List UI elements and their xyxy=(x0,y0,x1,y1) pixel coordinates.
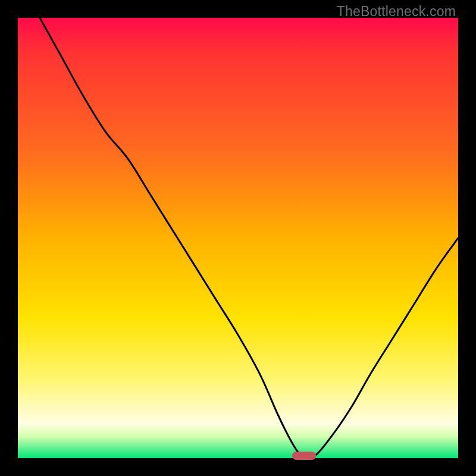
minimum-marker xyxy=(292,452,316,460)
chart-frame: TheBottleneck.com xyxy=(0,0,476,476)
bottleneck-curve xyxy=(18,18,458,458)
curve-path xyxy=(40,18,458,456)
plot-area xyxy=(18,18,458,458)
watermark-text: TheBottleneck.com xyxy=(337,4,456,20)
